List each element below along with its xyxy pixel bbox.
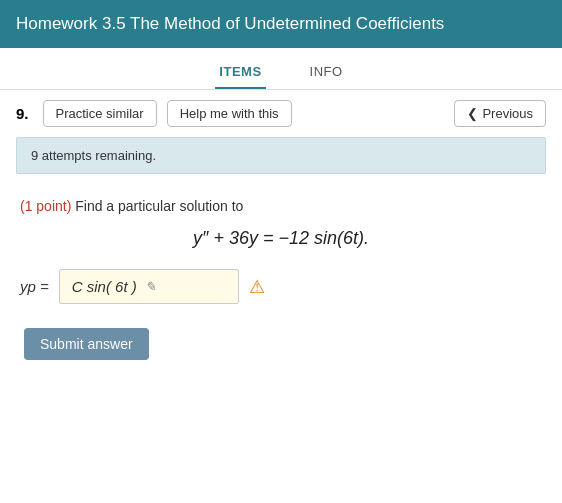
tab-items[interactable]: ITEMS [215,56,265,89]
previous-button[interactable]: ❮ Previous [454,100,546,127]
help-me-button[interactable]: Help me with this [167,100,292,127]
question-bar: 9. Practice similar Help me with this ❮ … [0,90,562,137]
answer-value: C sin( 6t ) [72,278,137,295]
practice-similar-button[interactable]: Practice similar [43,100,157,127]
attempts-remaining-box: 9 attempts remaining. [16,137,546,174]
question-number: 9. [16,105,29,122]
chevron-left-icon: ❮ [467,106,478,121]
equation-display: y″ + 36y = −12 sin(6t). [20,228,542,249]
submit-answer-button[interactable]: Submit answer [24,328,149,360]
answer-label: yp = [20,278,49,295]
attempts-text: 9 attempts remaining. [31,148,156,163]
answer-row: yp = C sin( 6t ) ✎ ⚠ [20,269,542,304]
problem-area: (1 point) Find a particular solution to … [0,190,562,376]
page-header: Homework 3.5 The Method of Undetermined … [0,0,562,48]
problem-intro: (1 point) Find a particular solution to [20,198,542,214]
header-title: Homework 3.5 The Method of Undetermined … [16,14,444,33]
pencil-icon[interactable]: ✎ [145,279,156,294]
tab-bar: ITEMS INFO [0,48,562,90]
warning-icon: ⚠ [249,276,265,298]
answer-input[interactable]: C sin( 6t ) ✎ [59,269,239,304]
tab-info[interactable]: INFO [306,56,347,89]
